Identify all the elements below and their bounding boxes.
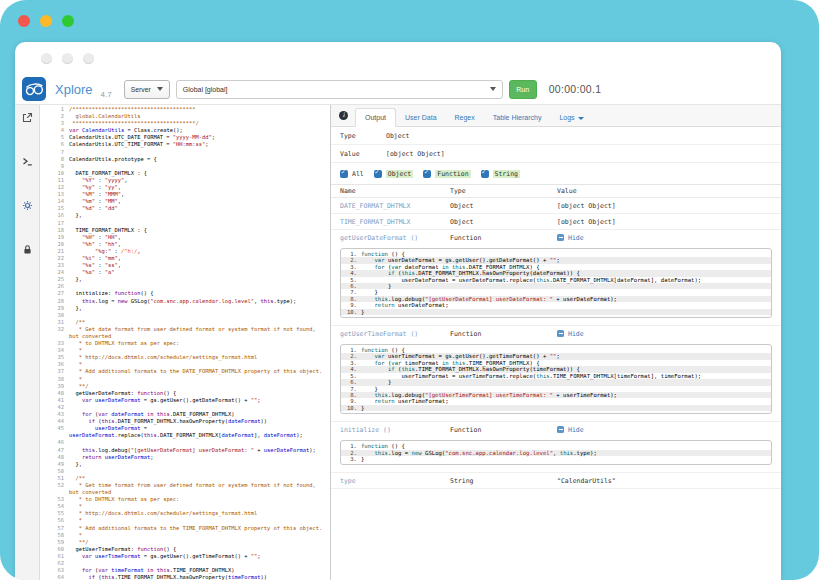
code-token: .DATE_FORMAT_DHTMLX) { bbox=[465, 264, 539, 270]
line-number: 50 bbox=[40, 468, 69, 475]
code-token: } bbox=[361, 456, 364, 462]
code-token: this bbox=[101, 418, 114, 424]
tab-user-data[interactable]: User Data bbox=[396, 109, 446, 126]
checkbox-checked-icon[interactable] bbox=[340, 170, 348, 178]
code-token: : bbox=[95, 191, 105, 197]
line-number: 64 bbox=[40, 574, 69, 580]
checkbox-checked-icon[interactable] bbox=[374, 170, 382, 178]
window-dot bbox=[62, 53, 73, 64]
editor-line-code bbox=[69, 560, 330, 567]
code-token: userDateFormat bbox=[105, 454, 150, 460]
code-token: "%y" bbox=[82, 184, 95, 190]
code-token: for bbox=[82, 567, 92, 573]
tab-output[interactable]: Output bbox=[355, 108, 396, 127]
line-number: 42 bbox=[40, 404, 69, 411]
editor-line: 32 * Get date format from user defined f… bbox=[40, 326, 330, 340]
code-token: () { bbox=[388, 251, 405, 257]
editor-line-code: "%s" : "ss", bbox=[69, 262, 330, 269]
code-token: : bbox=[95, 234, 105, 240]
code-token: "mm" bbox=[105, 255, 118, 261]
code-token: userDateFormat bbox=[95, 397, 140, 403]
code-token: () { bbox=[163, 390, 176, 396]
code-token: } bbox=[361, 405, 364, 411]
line-number: 21 bbox=[40, 248, 69, 255]
minimize-icon[interactable] bbox=[40, 15, 52, 27]
editor-line-code: * Get time format from user defined form… bbox=[69, 482, 330, 496]
code-token: this bbox=[374, 392, 387, 398]
code-token: this bbox=[374, 296, 387, 302]
line-number: 20 bbox=[40, 241, 69, 248]
editor-line-code bbox=[69, 220, 330, 227]
info-icon[interactable]: i bbox=[339, 111, 348, 120]
code-token: this bbox=[401, 366, 414, 372]
code-token: .TIME_FORMAT_DHTMLX) bbox=[170, 567, 235, 573]
tab-regex[interactable]: Regex bbox=[446, 109, 484, 126]
hide-link[interactable]: Hide bbox=[557, 234, 781, 242]
open-in-new-icon[interactable] bbox=[15, 110, 39, 154]
script-editor[interactable]: 1/**************************************… bbox=[40, 105, 330, 580]
editor-line: 22 "%i" : "mm", bbox=[40, 255, 330, 262]
property-type: Function bbox=[450, 426, 557, 434]
editor-line-code: "%d" : "dd" bbox=[69, 205, 330, 212]
line-number: 27 bbox=[40, 290, 69, 297]
line-number: 46 bbox=[40, 439, 69, 446]
line-number: 47 bbox=[40, 447, 69, 454]
run-button[interactable]: Run bbox=[509, 80, 537, 99]
property-name-link[interactable]: initialize () bbox=[340, 426, 450, 434]
tab-logs[interactable]: Logs bbox=[550, 109, 592, 126]
code-token: "%Y" bbox=[82, 177, 95, 183]
code-token: "dd" bbox=[105, 205, 118, 211]
code-token: dateFormat bbox=[222, 432, 254, 438]
editor-line-code: CalendarUtils.prototype = { bbox=[69, 156, 330, 163]
editor-line: 7 bbox=[40, 149, 330, 156]
code-token: "com.snc.app.calendar.log.level" bbox=[445, 450, 553, 456]
property-name-link[interactable]: getUserTimeFormat () bbox=[340, 330, 450, 338]
code-token: = Class.create(); bbox=[124, 127, 182, 133]
scope-select[interactable]: Server bbox=[124, 80, 170, 99]
checkbox-checked-icon[interactable] bbox=[423, 170, 431, 178]
tab-table-hierarchy[interactable]: Table Hierarchy bbox=[484, 109, 551, 126]
code-token: CalendarUtils.UTC_TIME_FORMAT = bbox=[69, 141, 173, 147]
line-number: 26 bbox=[40, 283, 69, 290]
hide-link[interactable]: Hide bbox=[557, 426, 781, 434]
property-name-link[interactable]: getUserDateFormat () bbox=[340, 234, 450, 242]
hide-link[interactable]: Hide bbox=[557, 330, 781, 338]
maximize-icon[interactable] bbox=[62, 15, 74, 27]
editor-line: 4var CalendarUtils = Class.create(); bbox=[40, 127, 330, 134]
editor-line-code: * to DHTMLX format as per spec: bbox=[69, 340, 330, 347]
checkbox-checked-icon[interactable] bbox=[481, 170, 489, 178]
code-token: * Add additional formats to the TIME_FOR… bbox=[69, 525, 322, 531]
editor-line: 51 /** bbox=[40, 475, 330, 482]
editor-line: 53 * to DHTMLX format as per spec: bbox=[40, 496, 330, 503]
code-token: new bbox=[412, 450, 422, 456]
editor-line: 61 var userTimeFormat = gs.getUser().get… bbox=[40, 553, 330, 560]
line-number: 49 bbox=[40, 461, 69, 468]
code-token: ); bbox=[296, 432, 303, 438]
code-token: .TIME_FORMAT_DHTMLX.hasOwnProperty(timeF… bbox=[415, 366, 580, 372]
editor-line: 30 bbox=[40, 312, 330, 319]
code-token: getUserTimeFormat: bbox=[69, 546, 137, 552]
editor-line-code: var userTimeFormat = gs.getUser().getTim… bbox=[69, 553, 330, 560]
code-token bbox=[69, 241, 82, 247]
gear-icon[interactable] bbox=[15, 198, 39, 242]
line-number: 56 bbox=[40, 517, 69, 524]
close-icon[interactable] bbox=[18, 15, 30, 27]
line-number: 19 bbox=[40, 234, 69, 241]
property-name-link[interactable]: DATE_FORMAT_DHTMLX bbox=[340, 202, 450, 210]
code-token: .TIME_FORMAT_DHTMLX.hasOwnProperty( bbox=[114, 574, 228, 580]
target-scope-input[interactable]: Global [global] bbox=[176, 80, 503, 99]
code-token: this bbox=[452, 360, 465, 366]
editor-line: 25 }, bbox=[40, 276, 330, 283]
code-token: )) bbox=[261, 574, 268, 580]
lock-icon[interactable] bbox=[15, 242, 39, 286]
editor-line: 12 "%y" : "yy", bbox=[40, 184, 330, 191]
property-name-link[interactable]: type bbox=[340, 477, 450, 485]
line-number: 8 bbox=[40, 156, 69, 163]
editor-line-code: /** bbox=[69, 475, 330, 482]
editor-line-code: **/ bbox=[69, 383, 330, 390]
terminal-icon[interactable] bbox=[15, 154, 39, 198]
table-row-group: TIME_FORMAT_DHTMLXObject[object Object] bbox=[331, 214, 781, 230]
property-name-link[interactable]: TIME_FORMAT_DHTMLX bbox=[340, 218, 450, 226]
chevron-down-icon bbox=[578, 117, 584, 120]
editor-line: 40 getUserDateFormat: function() { bbox=[40, 390, 330, 397]
